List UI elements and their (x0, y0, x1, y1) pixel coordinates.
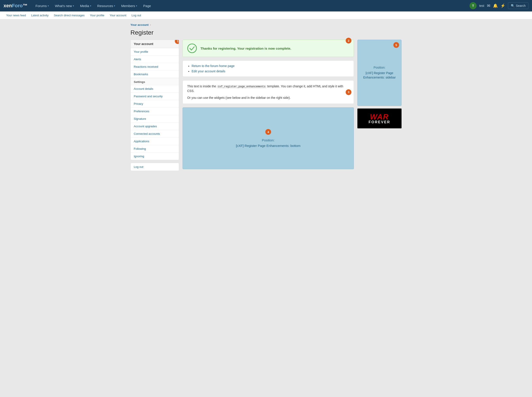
sidebar-item-privacy[interactable]: Privacy (131, 100, 179, 108)
breadcrumb-link[interactable]: Your account (130, 23, 149, 26)
left-sidebar: Your account 1 Your profile Alerts React… (130, 40, 179, 171)
sidebar-item-account-details[interactable]: Account details (131, 85, 179, 93)
whatsnew-dropdown-icon: ▾ (73, 5, 74, 7)
right-widget: 5 Position: [cXF] Register Page Enhancem… (357, 40, 402, 106)
position-label-bottom: Position: (262, 138, 275, 142)
logo-xen: xen (4, 3, 12, 8)
nav-item-whatsnew[interactable]: What's new ▾ (52, 2, 76, 9)
annotation-badge-1: 1 (175, 40, 179, 44)
breadcrumb-separator: › (150, 23, 151, 26)
success-message: Thanks for registering. Your registratio… (200, 47, 291, 50)
info-code: cxf_register_page_enhancements (217, 85, 266, 88)
sidebar-item-upgrades[interactable]: Account upgrades (131, 123, 179, 130)
sidebar-item-signature[interactable]: Signature (131, 115, 179, 123)
messages-icon[interactable]: ✉ (487, 3, 490, 8)
right-position-value: [cXF] Register Page Enhancements: sideba… (361, 71, 398, 80)
nav-item-page[interactable]: Page (141, 2, 154, 9)
forums-dropdown-icon: ▾ (48, 5, 49, 7)
nav-item-resources[interactable]: Resources ▾ (95, 2, 118, 9)
sidebar-item-bookmarks[interactable]: Bookmarks (131, 71, 179, 78)
search-icon: 🔍 (511, 4, 514, 7)
annotation-badge-2: 2 (346, 38, 351, 43)
media-dropdown-icon: ▾ (90, 5, 91, 7)
sidebar-item-connected[interactable]: Connected accounts (131, 130, 179, 138)
user-avatar[interactable]: T (469, 2, 477, 9)
account-sidebar-section: Your account 1 Your profile Alerts React… (130, 40, 179, 160)
nav-label-media: Media (80, 4, 89, 8)
sidebar-item-applications[interactable]: Applications (131, 138, 179, 145)
sub-nav-account[interactable]: Your account (107, 12, 129, 19)
main-nav-items: Forums ▾ What's new ▾ Media ▾ Resources … (33, 2, 154, 9)
sidebar-item-preferences[interactable]: Preferences (131, 108, 179, 115)
right-position-label: Position: (374, 66, 386, 69)
sidebar-item-reactions[interactable]: Reactions received (131, 63, 179, 71)
page-content: Your account › Register Your account 1 Y… (127, 19, 405, 176)
nav-item-members[interactable]: Members ▾ (119, 2, 140, 9)
avatar-initial: T (472, 4, 474, 7)
info-text-part1: This text is inside the (187, 85, 217, 88)
nav-label-resources: Resources (97, 4, 113, 8)
notifications-icon[interactable]: 🔔 (493, 3, 498, 8)
info-text-2: Or you can use the widgets (see below an… (187, 95, 349, 100)
sub-nav-news-feed[interactable]: Your news feed (4, 12, 28, 19)
breadcrumb: Your account › (130, 23, 402, 26)
links-list: Return to the forum home page Edit your … (187, 64, 349, 73)
links-box: Return to the forum home page Edit your … (183, 60, 354, 77)
sidebar-item-your-profile[interactable]: Your profile (131, 48, 179, 56)
nav-right: T test ✉ 🔔 ⚡ 🔍 Search (469, 2, 528, 9)
page-title: Register (130, 29, 402, 36)
main-layout: Your account 1 Your profile Alerts React… (130, 40, 402, 173)
forever-text: FOREVER (369, 120, 390, 124)
nav-label-page: Page (143, 4, 151, 8)
sidebar-settings-header: Settings (131, 78, 179, 85)
logo-foro: Foro (12, 3, 23, 8)
sub-nav-latest-activity[interactable]: Latest activity (28, 12, 51, 19)
sidebar-item-alerts[interactable]: Alerts (131, 56, 179, 63)
link-edit-account: Edit your account details (192, 69, 349, 73)
logout-section: Log out (130, 163, 179, 171)
right-sidebar: 5 Position: [cXF] Register Page Enhancem… (357, 40, 402, 128)
nav-label-whatsnew: What's new (55, 4, 72, 8)
user-name[interactable]: test (479, 4, 484, 7)
search-button[interactable]: 🔍 Search (508, 2, 528, 9)
nav-item-forums[interactable]: Forums ▾ (33, 2, 51, 9)
link-forum-home: Return to the forum home page (192, 64, 349, 68)
info-text-1: This text is inside the cxf_register_pag… (187, 84, 349, 93)
position-value-bottom: [cXF] Register Page Enhancements: bottom (236, 144, 301, 148)
nav-label-members: Members (121, 4, 135, 8)
top-nav: xenForo™ Forums ▾ What's new ▾ Media ▾ R… (0, 0, 532, 12)
logo[interactable]: xenForo™ (4, 3, 28, 9)
forum-home-link[interactable]: Return to the forum home page (192, 64, 235, 68)
sub-nav-logout[interactable]: Log out (129, 12, 144, 19)
members-dropdown-icon: ▾ (136, 5, 137, 7)
svg-point-0 (188, 44, 196, 53)
sidebar-item-ignoring[interactable]: Ignoring (131, 153, 179, 160)
lightning-icon[interactable]: ⚡ (500, 3, 505, 8)
sub-nav: Your news feed Latest activity Search di… (0, 12, 532, 19)
annotation-badge-3: 3 (346, 89, 351, 95)
success-box: Thanks for registering. Your registratio… (183, 40, 354, 57)
annotation-badge-5: 5 (393, 42, 399, 48)
position-widget-bottom: 4 Position: [cXF] Register Page Enhancem… (183, 107, 354, 169)
content-area: Thanks for registering. Your registratio… (183, 40, 354, 173)
war-text: WAR (370, 113, 389, 120)
success-icon (187, 43, 197, 53)
sidebar-item-password[interactable]: Password and security (131, 93, 179, 100)
sub-nav-profile[interactable]: Your profile (87, 12, 107, 19)
resources-dropdown-icon: ▾ (114, 5, 115, 7)
nav-label-forums: Forums (36, 4, 47, 8)
annotation-badge-4: 4 (265, 129, 271, 135)
info-box: This text is inside the cxf_register_pag… (183, 80, 354, 104)
logout-button[interactable]: Log out (131, 163, 179, 171)
sub-nav-search-dm[interactable]: Search direct messages (51, 12, 87, 19)
nav-item-media[interactable]: Media ▾ (77, 2, 94, 9)
account-sidebar-header: Your account 1 (131, 40, 179, 48)
war-forever-logo[interactable]: WAR FOREVER (357, 109, 402, 128)
search-label: Search (516, 4, 526, 7)
edit-account-link[interactable]: Edit your account details (192, 69, 225, 73)
sidebar-item-following[interactable]: Following (131, 145, 179, 153)
account-header-label: Your account (134, 42, 153, 46)
